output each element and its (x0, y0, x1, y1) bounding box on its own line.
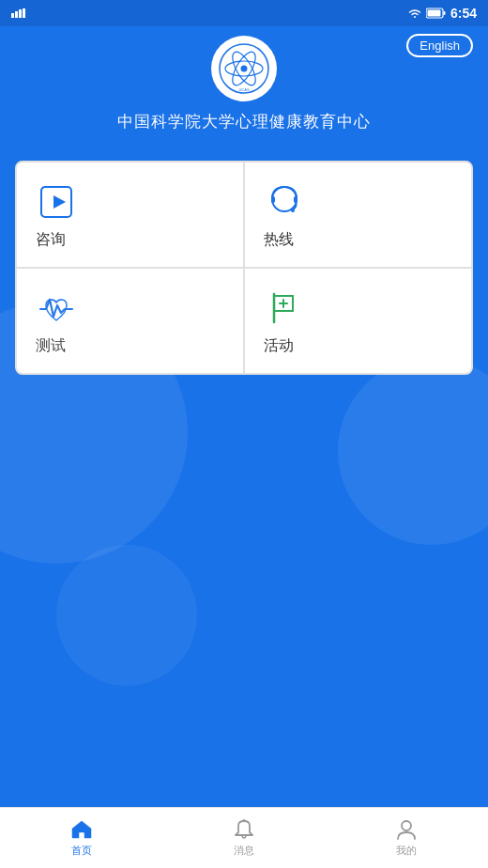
battery-icon (426, 8, 447, 19)
menu-item-test[interactable]: 测试 (17, 269, 243, 373)
status-time: 6:54 (450, 6, 477, 21)
svg-marker-14 (53, 195, 66, 209)
svg-rect-1 (15, 11, 18, 18)
home-nav-label: 首页 (71, 844, 92, 858)
english-button[interactable]: English (406, 34, 473, 57)
svg-rect-6 (427, 10, 440, 17)
svg-rect-2 (19, 9, 22, 18)
hotline-label: 热线 (264, 230, 294, 250)
app-title: 中国科学院大学心理健康教育中心 (117, 111, 371, 132)
header: English UCAS 中国科学院大学心理健康教育中心 (0, 26, 488, 151)
activity-icon (264, 287, 305, 329)
menu-item-activity[interactable]: 活动 (245, 269, 471, 373)
activity-label: 活动 (264, 336, 294, 356)
profile-nav-label: 我的 (396, 844, 417, 858)
bg-decoration-3 (56, 545, 197, 686)
consult-label: 咨询 (36, 230, 66, 250)
svg-rect-0 (11, 13, 14, 18)
logo-icon: UCAS (218, 42, 270, 95)
menu-item-consult[interactable]: 咨询 (17, 163, 243, 267)
profile-nav-icon (395, 818, 418, 841)
messages-nav-label: 消息 (234, 844, 254, 858)
svg-point-11 (241, 66, 248, 72)
wifi-icon (407, 8, 422, 19)
status-bar: 6:54 (0, 0, 488, 26)
menu-grid: 咨询 热线 (15, 161, 473, 375)
home-nav-icon (70, 818, 93, 841)
nav-item-messages[interactable]: 消息 (162, 808, 325, 868)
menu-item-hotline[interactable]: 热线 (245, 163, 471, 267)
svg-rect-5 (443, 11, 445, 15)
logo-container: UCAS (211, 36, 277, 101)
consult-icon (36, 181, 77, 223)
status-bar-left (11, 8, 26, 18)
svg-text:UCAS: UCAS (238, 87, 249, 92)
test-label: 测试 (36, 336, 66, 356)
svg-rect-3 (23, 8, 25, 18)
bg-decoration-2 (338, 357, 488, 545)
svg-point-22 (242, 819, 245, 822)
bell-nav-icon (233, 818, 255, 841)
hotline-icon (264, 181, 305, 223)
svg-point-23 (402, 821, 411, 830)
bottom-nav: 首页 消息 我的 (0, 807, 488, 868)
status-bar-icons: 6:54 (407, 6, 477, 21)
network-icon (11, 8, 26, 18)
nav-item-home[interactable]: 首页 (0, 808, 162, 868)
nav-item-profile[interactable]: 我的 (326, 808, 488, 868)
svg-point-18 (291, 209, 295, 212)
test-icon (36, 287, 77, 329)
